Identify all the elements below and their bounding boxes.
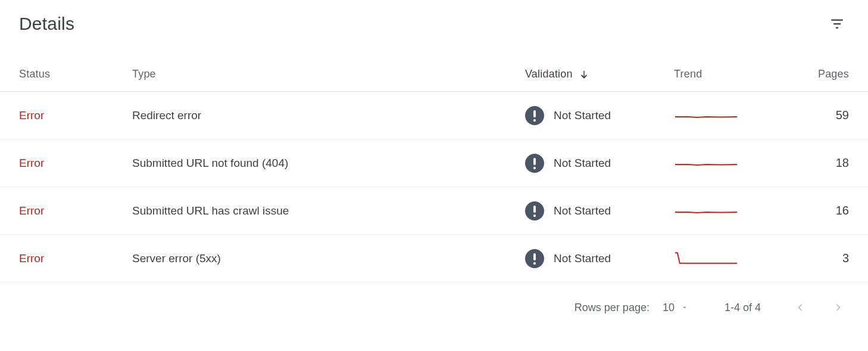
table-row[interactable]: ErrorRedirect errorNot Started59 (0, 92, 868, 139)
pagination-range: 1-4 of 4 (725, 302, 761, 314)
type-cell: Submitted URL has crawl issue (132, 204, 525, 218)
sparkline-icon (674, 250, 738, 267)
page-title: Details (19, 14, 74, 34)
validation-cell: Not Started (525, 201, 674, 220)
pages-cell: 3 (781, 251, 849, 265)
rows-per-page: Rows per page: 10 (574, 302, 689, 314)
sparkline-icon (674, 203, 738, 219)
validation-label: Not Started (554, 204, 611, 218)
col-validation[interactable]: Validation (525, 68, 674, 80)
rows-per-page-label: Rows per page: (574, 302, 650, 314)
trend-cell (674, 250, 781, 267)
validation-label: Not Started (554, 109, 611, 122)
pages-cell: 18 (781, 156, 849, 170)
sparkline-icon (674, 107, 738, 124)
exclamation-icon (525, 201, 544, 220)
status-cell: Error (19, 204, 132, 218)
pages-cell: 59 (781, 108, 849, 122)
type-cell: Server error (5xx) (132, 252, 525, 265)
validation-cell: Not Started (525, 106, 674, 125)
table-row[interactable]: ErrorSubmitted URL has crawl issueNot St… (0, 187, 868, 235)
validation-label: Not Started (554, 252, 611, 265)
prev-page-button[interactable] (789, 297, 811, 318)
status-cell: Error (19, 109, 132, 122)
validation-label: Not Started (554, 157, 611, 170)
filter-icon (829, 16, 845, 32)
filter-button[interactable] (825, 12, 849, 36)
table-header: Status Type Validation Trend Pages (0, 41, 868, 92)
col-validation-label: Validation (525, 68, 573, 80)
col-trend[interactable]: Trend (674, 68, 781, 80)
details-panel: Details Status Type Validation Trend Pag… (0, 0, 868, 328)
table-footer: Rows per page: 10 1-4 of 4 (0, 282, 868, 328)
chevron-right-icon (832, 301, 845, 314)
exclamation-icon (525, 249, 544, 268)
status-cell: Error (19, 252, 132, 265)
next-page-button[interactable] (828, 297, 849, 318)
table-row[interactable]: ErrorSubmitted URL not found (404)Not St… (0, 139, 868, 187)
col-pages[interactable]: Pages (781, 68, 849, 80)
trend-cell (674, 155, 781, 172)
rows-per-page-select[interactable]: 10 (663, 302, 689, 314)
trend-cell (674, 107, 781, 124)
col-type[interactable]: Type (132, 68, 525, 80)
caret-down-icon (680, 303, 689, 312)
exclamation-icon (525, 154, 544, 173)
trend-cell (674, 203, 781, 219)
type-cell: Submitted URL not found (404) (132, 157, 525, 170)
table-row[interactable]: ErrorServer error (5xx)Not Started3 (0, 235, 868, 282)
chevron-left-icon (794, 301, 807, 314)
arrow-down-icon (579, 69, 589, 80)
sparkline-icon (674, 155, 738, 172)
pages-cell: 16 (781, 204, 849, 218)
col-status[interactable]: Status (19, 68, 132, 80)
type-cell: Redirect error (132, 109, 525, 122)
validation-cell: Not Started (525, 154, 674, 173)
details-table: Status Type Validation Trend Pages Error… (0, 41, 868, 282)
validation-cell: Not Started (525, 249, 674, 268)
rows-per-page-value: 10 (663, 302, 675, 314)
status-cell: Error (19, 157, 132, 170)
details-header: Details (0, 7, 868, 41)
table-body: ErrorRedirect errorNot Started59ErrorSub… (0, 92, 868, 282)
exclamation-icon (525, 106, 544, 125)
